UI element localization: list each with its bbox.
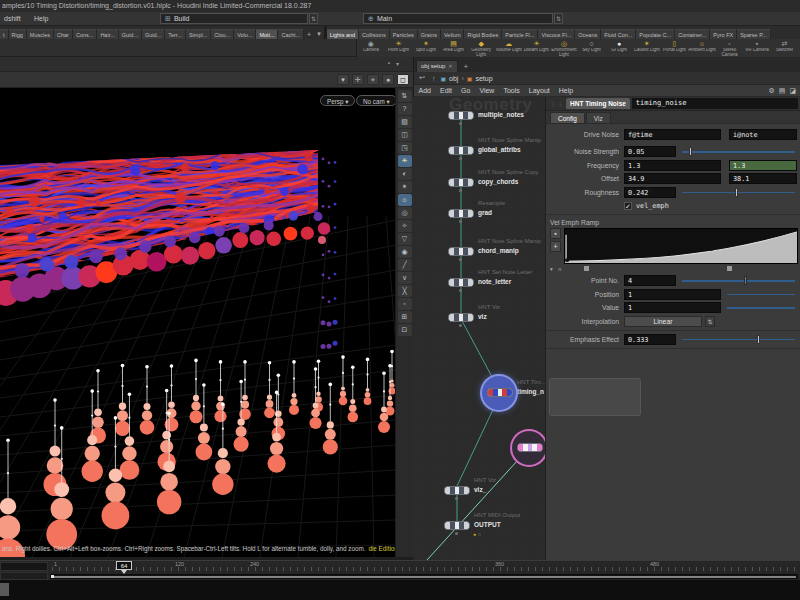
shelf-tab-volu[interactable]: Volu... (234, 29, 256, 39)
slider-handle[interactable] (744, 276, 747, 285)
shelf-tab-terr[interactable]: Terr... (165, 29, 186, 39)
playbar-options-field[interactable] (0, 572, 48, 580)
netmenu-edit[interactable]: Edit (435, 87, 456, 94)
node-body[interactable] (448, 111, 474, 120)
emphasis-slider[interactable] (682, 334, 795, 345)
move-tool-icon[interactable]: ✛ (352, 74, 364, 85)
shelf-tab-muscles[interactable]: Muscles (27, 29, 54, 39)
node-timing_n[interactable]: HNT Tim...timing_n (487, 388, 513, 397)
node-flag-dot[interactable] (459, 324, 462, 327)
node-flag-dot[interactable] (459, 258, 462, 261)
network-pane-tab[interactable]: obj setup ✕ (416, 60, 458, 72)
shelf-tab-guid[interactable]: Guid... (142, 29, 165, 39)
node-time_bar[interactable]: HNT Time Bartime_bar (517, 443, 543, 452)
desktop-selector[interactable]: ⊞ Build (160, 13, 308, 24)
node-viz_[interactable]: HNT Vizviz_ (444, 486, 470, 495)
shelf-tab-lightsand[interactable]: Lights and (327, 29, 359, 39)
shelf-add-button[interactable]: + (304, 31, 314, 39)
node-body[interactable] (517, 443, 543, 452)
camera-pill[interactable]: No cam ▾ (356, 95, 395, 106)
slider-handle[interactable] (689, 147, 692, 156)
shelf-tab-container[interactable]: Container... (675, 29, 710, 39)
shelf-menu-button[interactable]: ▾ (314, 30, 324, 39)
split-view-icon[interactable]: ◫ (398, 129, 412, 141)
interpolation-spinner[interactable]: ⇅ (705, 316, 715, 327)
shelf-tool-distant-light[interactable]: ☀Distant Light (523, 39, 551, 57)
pane-stow-icon[interactable]: ▪ (388, 60, 390, 67)
shelf-tab-hair[interactable]: Hair... (97, 29, 118, 39)
ramp-point-handle-1[interactable] (726, 265, 733, 272)
ramp-curve-canvas[interactable] (564, 228, 798, 264)
node-body[interactable] (444, 486, 470, 495)
shading-icon[interactable]: ◐ (398, 168, 412, 180)
breadcrumb-child[interactable]: setup (475, 75, 492, 82)
interpolation-dropdown[interactable]: Linear (624, 316, 702, 327)
expand-icon[interactable]: ∨ (398, 272, 412, 284)
shelf-tool-vr-camera[interactable]: ▪VR Camera (743, 39, 771, 57)
node-OUTPUT[interactable]: HNT MIDI OutputOUTPUT●○ (444, 521, 470, 530)
snapshot-icon[interactable]: ◳ (398, 142, 412, 154)
shelf-tool-point-light[interactable]: ☀Point Light (385, 39, 413, 57)
shelf-tool-geometry-light[interactable]: ◆Geometry Light (467, 39, 495, 57)
scene-spinner[interactable]: ⇅ (554, 13, 563, 24)
slider-handle[interactable] (735, 188, 738, 197)
shelf-tab-collisions[interactable]: Collisions (359, 29, 390, 39)
point-no-field[interactable]: 4 (624, 275, 676, 286)
maximize-pane-icon[interactable]: ◻ (397, 74, 409, 85)
shelf-tool-ambient-light[interactable]: ☼Ambient Light (688, 39, 716, 57)
path-dropdown-icon[interactable]: ▾ (337, 74, 349, 85)
playhead-caret[interactable] (121, 570, 127, 574)
desktop-spinner[interactable]: ⇅ (309, 13, 318, 24)
shelf-tab-sparsep[interactable]: Sparse P... (737, 29, 771, 39)
help-icon[interactable]: ? (398, 103, 412, 115)
close-tab-icon[interactable]: ✕ (448, 63, 452, 72)
up-icon[interactable]: ↑ (430, 75, 438, 82)
pane-menu-icon[interactable]: ▾ (396, 60, 399, 67)
shelf-tab-clou[interactable]: Clou... (211, 29, 234, 39)
node-name-field[interactable]: timing_noise (632, 98, 798, 109)
axis-align-icon[interactable]: ⇅ (398, 90, 412, 102)
pane-layout-icon[interactable]: ◪ (789, 87, 796, 95)
node-note_letter[interactable]: HNT Set Note Letternote_letter (448, 278, 474, 287)
back-icon[interactable]: ↩ (417, 74, 427, 82)
slider-handle[interactable] (757, 335, 760, 344)
range-handle[interactable] (51, 575, 54, 578)
shelf-tab-vellum[interactable]: Vellum (441, 29, 465, 39)
roughness-slider[interactable] (682, 187, 795, 198)
menu-redshift[interactable]: dshift (0, 12, 25, 26)
node-global_attribs[interactable]: HNT Note Spline Manipglobal_attribs (448, 146, 474, 155)
emphasis-field[interactable]: 0.333 (624, 334, 676, 345)
drive-noise-field-2[interactable]: i@note (729, 129, 797, 140)
shelf-tool-portal-light[interactable]: ▯Portal Light (661, 39, 689, 57)
display-options-icon[interactable]: ▧ (398, 116, 412, 128)
magnifier-icon[interactable]: ⊡ (398, 324, 412, 336)
shelf-tool-caustic-light[interactable]: ✶Caustic Light (633, 39, 661, 57)
ramp-point-handle-0[interactable] (583, 265, 590, 272)
tab-viz[interactable]: Viz (586, 112, 611, 123)
crop-view-icon[interactable]: ╳ (398, 285, 412, 297)
dot-indicator-icon[interactable]: ● (382, 74, 394, 85)
add-tab-button[interactable]: + (460, 62, 473, 72)
high-quality-lighting-icon[interactable]: ✶ (398, 181, 412, 193)
shelf-tab-t[interactable]: t (0, 29, 9, 39)
noise-strength-field[interactable]: 0.05 (624, 146, 676, 157)
shelf-tab-grains[interactable]: Grains (418, 29, 441, 39)
grid-toggle-icon[interactable]: ⊞ (398, 311, 412, 323)
node-viz[interactable]: HNT Vizviz (448, 313, 474, 322)
shelf-tab-particlefl[interactable]: Particle Fl... (502, 29, 538, 39)
roughness-field[interactable]: 0.242 (624, 187, 676, 198)
node-multiple_notes[interactable]: multiple_notes (448, 111, 474, 120)
shelf-tool-sky-light[interactable]: ○Sky Light (578, 39, 606, 57)
normal-lights-icon[interactable]: ☼ (398, 194, 412, 206)
offset-field-1[interactable]: 34.9 (624, 173, 721, 184)
node-flag-dot[interactable] (459, 220, 462, 223)
viewport-scene[interactable] (0, 88, 395, 557)
materials-icon[interactable]: ◎ (398, 207, 412, 219)
node-body[interactable] (448, 209, 474, 218)
scene-selector[interactable]: ⊕ Main (363, 13, 553, 24)
shelf-tab-fluidcon[interactable]: Fluid Con... (601, 29, 636, 39)
shelf-tab-cachi[interactable]: Cachi... (278, 29, 304, 39)
drag-grip-icon[interactable]: ⋮⋮ (548, 100, 566, 107)
playbar[interactable]: 1 64 120240360480 (0, 560, 800, 580)
node-flag-dot[interactable] (459, 189, 462, 192)
